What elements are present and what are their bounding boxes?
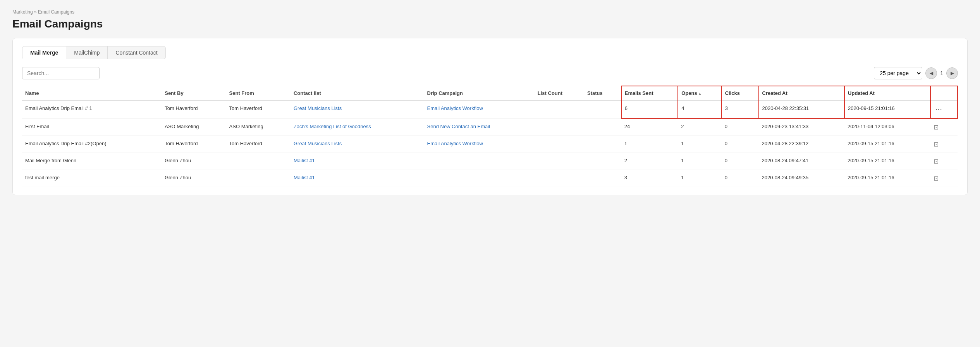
- table-row: Mail Merge from GlennGlenn ZhouMailist #…: [22, 153, 958, 170]
- cell-sent-from: ASO Marketing: [226, 119, 291, 136]
- drip-campaign-link[interactable]: Email Analytics Workflow: [427, 105, 483, 111]
- cell-name: First Email: [22, 119, 162, 136]
- cell-clicks: 0: [722, 153, 759, 170]
- cell-status: [584, 136, 621, 153]
- table-row: Email Analytics Drip Email # 1Tom Haverf…: [22, 100, 958, 119]
- current-page: 1: [940, 70, 943, 76]
- toolbar: 10 per page25 per page50 per page100 per…: [22, 67, 958, 79]
- cell-clicks: 0: [722, 136, 759, 153]
- cell-opens: 1: [678, 136, 721, 153]
- cell-actions[interactable]: ⊡: [930, 170, 958, 187]
- col-opens: Opens▲: [678, 86, 721, 100]
- cell-actions[interactable]: ⊡: [930, 136, 958, 153]
- cell-drip-campaign: [424, 153, 535, 170]
- breadcrumb-separator: »: [34, 9, 37, 15]
- page-container: Marketing » Email Campaigns Email Campai…: [0, 0, 980, 347]
- breadcrumb-current: Email Campaigns: [38, 9, 74, 15]
- cell-created-at: 2020-04-28 22:39:12: [759, 136, 845, 153]
- cell-opens: 4: [678, 100, 721, 119]
- cell-drip-campaign: [424, 170, 535, 187]
- more-actions-button[interactable]: ···: [934, 105, 944, 113]
- contact-list-link[interactable]: Zach's Marketing List of Goodness: [294, 124, 371, 129]
- drip-campaign-link[interactable]: Send New Contact an Email: [427, 124, 490, 129]
- col-name: Name: [22, 86, 162, 100]
- col-created-at: Created At: [759, 86, 845, 100]
- col-drip-campaign: Drip Campaign: [424, 86, 535, 100]
- prev-page-button[interactable]: ◀: [925, 67, 937, 79]
- cell-status: [584, 170, 621, 187]
- cell-list-count: [535, 170, 584, 187]
- cell-list-count: [535, 119, 584, 136]
- next-page-button[interactable]: ▶: [946, 67, 958, 79]
- cell-contact-list[interactable]: Zach's Marketing List of Goodness: [291, 119, 424, 136]
- action-icon[interactable]: ⊡: [934, 175, 939, 182]
- tab-bar: Mail MergeMailChimpConstant Contact: [22, 46, 958, 59]
- cell-opens: 2: [678, 119, 721, 136]
- tab-constant-contact[interactable]: Constant Contact: [108, 46, 165, 59]
- contact-list-link[interactable]: Great Musicians Lists: [294, 141, 342, 146]
- col-actions: [930, 86, 958, 100]
- cell-list-count: [535, 100, 584, 119]
- cell-status: [584, 153, 621, 170]
- drip-campaign-link[interactable]: Email Analytics Workflow: [427, 141, 483, 146]
- per-page-select[interactable]: 10 per page25 per page50 per page100 per…: [874, 67, 922, 79]
- cell-contact-list[interactable]: Great Musicians Lists: [291, 136, 424, 153]
- table-row: First EmailASO MarketingASO MarketingZac…: [22, 119, 958, 136]
- cell-status: [584, 100, 621, 119]
- cell-list-count: [535, 153, 584, 170]
- col-clicks: Clicks: [722, 86, 759, 100]
- cell-emails-sent: 3: [621, 170, 678, 187]
- tab-mail-merge[interactable]: Mail Merge: [22, 46, 66, 59]
- cell-sent-from: [226, 170, 291, 187]
- cell-name: test mail merge: [22, 170, 162, 187]
- cell-list-count: [535, 136, 584, 153]
- col-list-count: List Count: [535, 86, 584, 100]
- action-icon[interactable]: ⊡: [934, 124, 939, 131]
- col-updated-at: Updated At: [844, 86, 930, 100]
- cell-emails-sent: 1: [621, 136, 678, 153]
- cell-sent-by: Glenn Zhou: [162, 170, 226, 187]
- table-row: Email Analytics Drip Email #2(Open)Tom H…: [22, 136, 958, 153]
- contact-list-link[interactable]: Great Musicians Lists: [294, 105, 342, 111]
- cell-emails-sent: 24: [621, 119, 678, 136]
- cell-updated-at: 2020-09-15 21:01:16: [844, 100, 930, 119]
- cell-actions[interactable]: ···: [930, 100, 958, 119]
- cell-updated-at: 2020-09-15 21:01:16: [844, 136, 930, 153]
- contact-list-link[interactable]: Mailist #1: [294, 158, 315, 163]
- cell-created-at: 2020-04-28 22:35:31: [759, 100, 845, 119]
- action-icon[interactable]: ⊡: [934, 158, 939, 165]
- cell-clicks: 0: [722, 119, 759, 136]
- cell-drip-campaign[interactable]: Email Analytics Workflow: [424, 100, 535, 119]
- cell-drip-campaign[interactable]: Email Analytics Workflow: [424, 136, 535, 153]
- cell-sent-by: Tom Haverford: [162, 136, 226, 153]
- cell-sent-from: Tom Haverford: [226, 136, 291, 153]
- cell-emails-sent: 2: [621, 153, 678, 170]
- cell-contact-list[interactable]: Mailist #1: [291, 153, 424, 170]
- campaigns-table: Name Sent By Sent From Contact list Drip…: [22, 86, 958, 187]
- col-emails-sent: Emails Sent: [621, 86, 678, 100]
- col-contact-list: Contact list: [291, 86, 424, 100]
- cell-sent-from: [226, 153, 291, 170]
- header-row: Name Sent By Sent From Contact list Drip…: [22, 86, 958, 100]
- cell-actions[interactable]: ⊡: [930, 119, 958, 136]
- table-body: Email Analytics Drip Email # 1Tom Haverf…: [22, 100, 958, 187]
- breadcrumb: Marketing » Email Campaigns: [12, 9, 968, 15]
- cell-name: Mail Merge from Glenn: [22, 153, 162, 170]
- contact-list-link[interactable]: Mailist #1: [294, 175, 315, 180]
- cell-contact-list[interactable]: Great Musicians Lists: [291, 100, 424, 119]
- cell-name: Email Analytics Drip Email #2(Open): [22, 136, 162, 153]
- cell-clicks: 3: [722, 100, 759, 119]
- search-input[interactable]: [22, 67, 100, 79]
- col-sent-by: Sent By: [162, 86, 226, 100]
- cell-drip-campaign[interactable]: Send New Contact an Email: [424, 119, 535, 136]
- cell-contact-list[interactable]: Mailist #1: [291, 170, 424, 187]
- cell-opens: 1: [678, 170, 721, 187]
- cell-updated-at: 2020-09-15 21:01:16: [844, 170, 930, 187]
- cell-actions[interactable]: ⊡: [930, 153, 958, 170]
- tab-mailchimp[interactable]: MailChimp: [66, 46, 108, 59]
- cell-name: Email Analytics Drip Email # 1: [22, 100, 162, 119]
- sort-icon: ▲: [698, 91, 702, 96]
- breadcrumb-parent[interactable]: Marketing: [12, 9, 33, 15]
- action-icon[interactable]: ⊡: [934, 141, 939, 148]
- cell-created-at: 2020-09-23 13:41:33: [759, 119, 845, 136]
